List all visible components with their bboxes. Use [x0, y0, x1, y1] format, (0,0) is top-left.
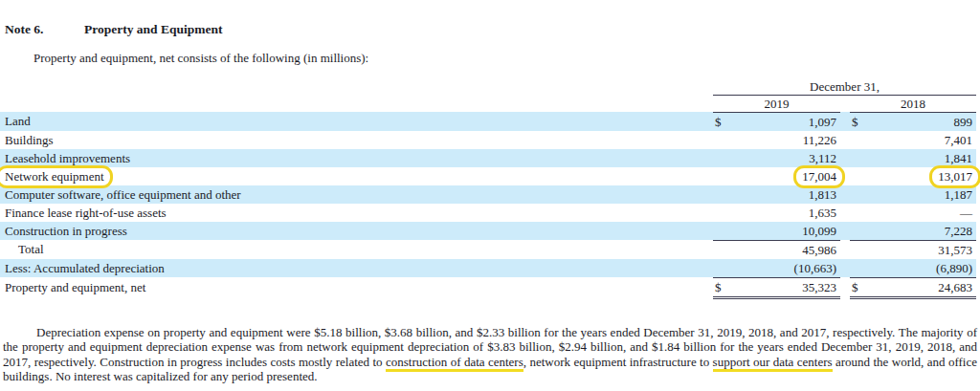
value-2018: 24,683 — [869, 277, 976, 297]
header-spacer — [0, 77, 713, 95]
gap-cell — [840, 277, 850, 297]
currency-cell — [850, 149, 869, 167]
currency-cell: $ — [713, 277, 732, 297]
table-header-years-row: 2019 2018 — [0, 95, 976, 112]
note-heading: Note 6. Property and Equipment — [0, 0, 980, 36]
table-header-period-row: December 31, — [0, 77, 976, 95]
annotation-circle-network-equipment-2018: 13,017 — [929, 165, 980, 188]
row-label: Network equipment — [0, 167, 713, 185]
year-2019-header: 2019 — [713, 95, 840, 112]
value-2018: (6,890) — [869, 259, 976, 278]
paragraph-segment: , network equipment infrastructure to — [523, 355, 713, 369]
row-label: Buildings — [0, 131, 713, 149]
value-2018: 13,017 — [869, 167, 976, 185]
property-equipment-table: December 31, 2019 2018 Land $ 1,097 $ 89… — [0, 77, 976, 299]
table-row-finance-lease: Finance lease right-of-use assets 1,635 … — [0, 204, 976, 222]
gap-cell — [840, 222, 850, 241]
value-2019: 1,635 — [732, 204, 840, 222]
year-2018-header: 2018 — [850, 95, 976, 112]
annotation-circle-network-equipment-2019: 17,004 — [793, 165, 845, 188]
row-label: Computer software, office equipment and … — [0, 185, 713, 204]
currency-cell: $ — [713, 112, 732, 131]
table-row-construction-in-progress: Construction in progress 10,099 7,228 — [0, 222, 976, 241]
value-2018: 31,573 — [869, 240, 976, 259]
currency-cell — [850, 167, 869, 185]
table-row-leasehold-improvements: Leasehold improvements 3,112 1,841 — [0, 149, 976, 167]
row-label: Property and equipment, net — [0, 277, 713, 297]
annotation-circle-network-equipment-label: Network equipment — [0, 165, 113, 188]
currency-cell — [850, 204, 869, 222]
gap-cell — [840, 204, 850, 222]
value-2019: 1,097 — [732, 112, 840, 131]
highlight-support-our-data-centers: support our data centers — [713, 355, 833, 372]
value-text: 17,004 — [802, 169, 836, 184]
currency-cell: $ — [850, 277, 869, 297]
gap-cell — [840, 240, 850, 259]
value-2019: 17,004 — [732, 167, 840, 185]
currency-cell — [850, 222, 869, 241]
table-row-land: Land $ 1,097 $ 899 — [0, 112, 976, 131]
currency-cell — [713, 167, 732, 185]
value-2019: 3,112 — [732, 149, 840, 167]
currency-cell — [713, 222, 732, 241]
currency-cell — [713, 149, 732, 167]
header-gap — [840, 95, 850, 112]
row-label: Total — [0, 240, 713, 259]
currency-cell — [850, 185, 869, 204]
period-header: December 31, — [713, 77, 976, 95]
document-page: Note 6. Property and Equipment Property … — [0, 0, 980, 391]
value-2019: 35,323 — [732, 277, 840, 297]
gap-cell — [840, 131, 850, 149]
note-number: Note 6. — [5, 22, 84, 36]
row-label: Finance lease right-of-use assets — [0, 204, 713, 222]
note-title: Property and Equipment — [84, 22, 223, 36]
intro-text: Property and equipment, net consists of … — [0, 51, 980, 65]
currency-cell — [713, 204, 732, 222]
currency-cell — [713, 259, 732, 278]
table-row-buildings: Buildings 11,226 7,401 — [0, 131, 976, 149]
row-label: Less: Accumulated depreciation — [0, 259, 713, 278]
value-2018: 7,401 — [869, 131, 976, 149]
value-2018: — — [869, 204, 976, 222]
currency-cell — [850, 131, 869, 149]
row-label: Construction in progress — [0, 222, 713, 241]
value-2018: 1,841 — [869, 149, 976, 167]
row-label-text: Network equipment — [5, 169, 104, 184]
value-2018: 7,228 — [869, 222, 976, 241]
value-text: 13,017 — [938, 169, 972, 184]
table-row-accumulated-depreciation: Less: Accumulated depreciation (10,663) … — [0, 259, 976, 278]
currency-cell: $ — [850, 112, 869, 131]
currency-cell — [713, 131, 732, 149]
row-label: Land — [0, 112, 713, 131]
row-label: Leasehold improvements — [0, 149, 713, 167]
gap-cell — [840, 112, 850, 131]
gap-cell — [840, 185, 850, 204]
value-2019: 10,099 — [732, 222, 840, 241]
table-row-network-equipment: Network equipment 17,004 13,017 — [0, 167, 976, 185]
table-row-total: Total 45,986 31,573 — [0, 240, 976, 259]
currency-cell — [713, 185, 732, 204]
currency-cell — [850, 259, 869, 278]
highlight-construction-of-data-centers: construction of data centers — [386, 355, 523, 372]
currency-cell — [850, 240, 869, 259]
gap-cell — [840, 149, 850, 167]
currency-cell — [713, 240, 732, 259]
value-2019: 11,226 — [732, 131, 840, 149]
table-row-property-equipment-net: Property and equipment, net $ 35,323 $ 2… — [0, 277, 976, 297]
depreciation-paragraph: Depreciation expense on property and equ… — [0, 325, 980, 384]
header-spacer — [0, 95, 713, 112]
value-2019: 45,986 — [732, 240, 840, 259]
gap-cell — [840, 259, 850, 278]
value-2019: (10,663) — [732, 259, 840, 278]
value-2018: 899 — [869, 112, 976, 131]
